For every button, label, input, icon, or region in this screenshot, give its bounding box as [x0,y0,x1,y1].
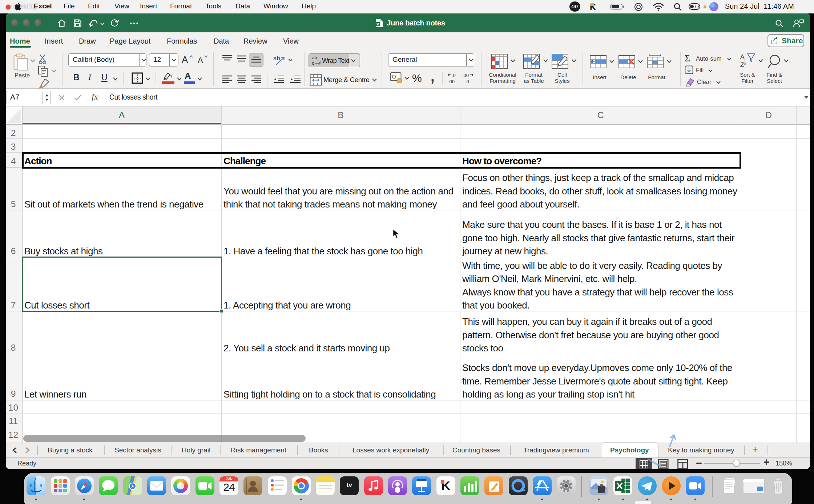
svg-text:.0: .0 [452,73,456,78]
svg-text:c: c [312,60,314,66]
svg-text:ab: ab [312,55,317,60]
svg-text:Z: Z [740,61,744,68]
svg-text:.00: .00 [448,79,455,84]
svg-text:.0: .0 [465,79,469,84]
svg-text:ab: ab [273,55,280,62]
svg-text:A: A [740,53,745,60]
svg-text:.00: .00 [462,73,469,78]
